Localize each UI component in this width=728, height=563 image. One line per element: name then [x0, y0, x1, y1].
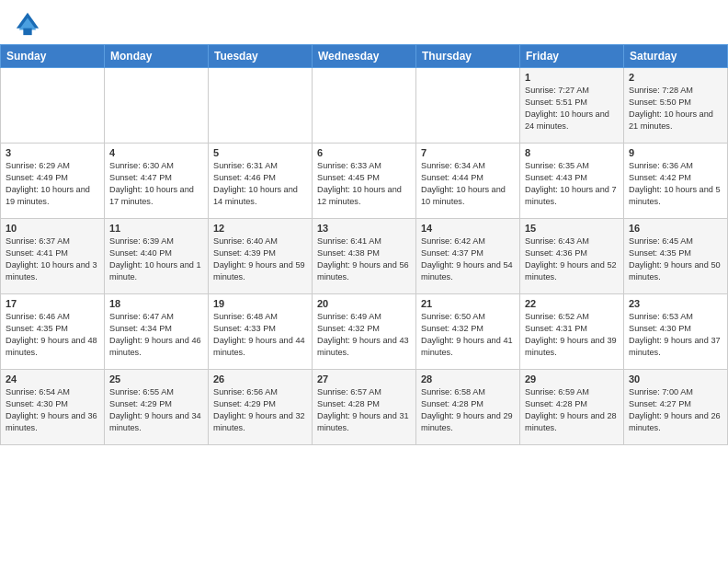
logo-icon — [15, 11, 40, 37]
calendar-cell: 3Sunrise: 6:29 AM Sunset: 4:49 PM Daylig… — [1, 144, 105, 219]
day-number: 29 — [525, 373, 619, 385]
day-number: 16 — [629, 223, 722, 234]
weekday-header-row: SundayMondayTuesdayWednesdayThursdayFrid… — [1, 45, 728, 68]
calendar-cell: 17Sunrise: 6:46 AM Sunset: 4:35 PM Dayli… — [1, 294, 105, 370]
weekday-header-cell: Tuesday — [209, 45, 313, 68]
day-number: 14 — [421, 223, 515, 234]
calendar-cell: 18Sunrise: 6:47 AM Sunset: 4:34 PM Dayli… — [105, 294, 209, 370]
calendar-cell: 26Sunrise: 6:56 AM Sunset: 4:29 PM Dayli… — [209, 370, 313, 445]
calendar-cell — [209, 68, 313, 144]
day-number: 12 — [213, 223, 307, 234]
day-info: Sunrise: 6:29 AM Sunset: 4:49 PM Dayligh… — [6, 160, 99, 208]
calendar-body: 1Sunrise: 7:27 AM Sunset: 5:51 PM Daylig… — [1, 68, 728, 445]
calendar-cell — [416, 68, 520, 144]
day-info: Sunrise: 6:35 AM Sunset: 4:43 PM Dayligh… — [525, 160, 619, 208]
weekday-header-cell: Monday — [105, 45, 209, 68]
calendar-cell: 30Sunrise: 7:00 AM Sunset: 4:27 PM Dayli… — [624, 370, 728, 445]
day-number: 28 — [421, 373, 515, 385]
day-number: 4 — [109, 147, 203, 158]
page-header — [0, 0, 728, 44]
calendar-cell: 25Sunrise: 6:55 AM Sunset: 4:29 PM Dayli… — [105, 370, 209, 445]
calendar-cell: 4Sunrise: 6:30 AM Sunset: 4:47 PM Daylig… — [105, 144, 209, 219]
day-info: Sunrise: 6:56 AM Sunset: 4:29 PM Dayligh… — [213, 386, 307, 434]
day-number: 5 — [213, 147, 307, 158]
calendar-cell: 28Sunrise: 6:58 AM Sunset: 4:28 PM Dayli… — [416, 370, 520, 445]
day-number: 6 — [317, 147, 411, 158]
day-info: Sunrise: 6:33 AM Sunset: 4:45 PM Dayligh… — [317, 160, 411, 208]
weekday-header-cell: Friday — [520, 45, 624, 68]
calendar-week-row: 24Sunrise: 6:54 AM Sunset: 4:30 PM Dayli… — [1, 370, 728, 445]
calendar-cell: 21Sunrise: 6:50 AM Sunset: 4:32 PM Dayli… — [416, 294, 520, 370]
calendar-cell: 11Sunrise: 6:39 AM Sunset: 4:40 PM Dayli… — [105, 219, 209, 294]
day-number: 15 — [525, 223, 619, 234]
calendar-cell — [313, 68, 416, 144]
day-number: 2 — [629, 72, 722, 83]
day-info: Sunrise: 6:57 AM Sunset: 4:28 PM Dayligh… — [317, 386, 411, 434]
calendar-cell — [105, 68, 209, 144]
day-number: 7 — [421, 147, 515, 158]
day-info: Sunrise: 6:50 AM Sunset: 4:32 PM Dayligh… — [421, 311, 515, 359]
calendar-cell: 24Sunrise: 6:54 AM Sunset: 4:30 PM Dayli… — [1, 370, 105, 445]
calendar-cell: 5Sunrise: 6:31 AM Sunset: 4:46 PM Daylig… — [209, 144, 313, 219]
day-info: Sunrise: 6:39 AM Sunset: 4:40 PM Dayligh… — [109, 236, 203, 283]
weekday-header-cell: Thursday — [416, 45, 520, 68]
calendar-cell: 15Sunrise: 6:43 AM Sunset: 4:36 PM Dayli… — [520, 219, 624, 294]
day-info: Sunrise: 7:00 AM Sunset: 4:27 PM Dayligh… — [629, 386, 722, 434]
day-number: 9 — [629, 147, 722, 158]
day-number: 8 — [525, 147, 619, 158]
day-info: Sunrise: 7:27 AM Sunset: 5:51 PM Dayligh… — [525, 85, 619, 132]
day-info: Sunrise: 6:59 AM Sunset: 4:28 PM Dayligh… — [525, 386, 619, 434]
calendar-cell: 14Sunrise: 6:42 AM Sunset: 4:37 PM Dayli… — [416, 219, 520, 294]
calendar-cell: 9Sunrise: 6:36 AM Sunset: 4:42 PM Daylig… — [624, 144, 728, 219]
day-info: Sunrise: 6:46 AM Sunset: 4:35 PM Dayligh… — [6, 311, 99, 359]
day-info: Sunrise: 6:55 AM Sunset: 4:29 PM Dayligh… — [109, 386, 203, 434]
calendar-cell: 16Sunrise: 6:45 AM Sunset: 4:35 PM Dayli… — [624, 219, 728, 294]
calendar-cell: 13Sunrise: 6:41 AM Sunset: 4:38 PM Dayli… — [313, 219, 416, 294]
day-info: Sunrise: 6:47 AM Sunset: 4:34 PM Dayligh… — [109, 311, 203, 359]
day-info: Sunrise: 6:43 AM Sunset: 4:36 PM Dayligh… — [525, 236, 619, 283]
weekday-header-cell: Wednesday — [313, 45, 416, 68]
weekday-header-cell: Saturday — [624, 45, 728, 68]
day-number: 19 — [213, 298, 307, 309]
day-number: 30 — [629, 373, 722, 385]
day-number: 20 — [317, 298, 411, 309]
day-info: Sunrise: 6:37 AM Sunset: 4:41 PM Dayligh… — [6, 236, 99, 283]
day-info: Sunrise: 6:42 AM Sunset: 4:37 PM Dayligh… — [421, 236, 515, 283]
calendar-week-row: 17Sunrise: 6:46 AM Sunset: 4:35 PM Dayli… — [1, 294, 728, 370]
day-number: 21 — [421, 298, 515, 309]
day-info: Sunrise: 6:58 AM Sunset: 4:28 PM Dayligh… — [421, 386, 515, 434]
calendar-cell: 23Sunrise: 6:53 AM Sunset: 4:30 PM Dayli… — [624, 294, 728, 370]
calendar-cell: 27Sunrise: 6:57 AM Sunset: 4:28 PM Dayli… — [313, 370, 416, 445]
calendar-cell — [1, 68, 105, 144]
day-info: Sunrise: 6:34 AM Sunset: 4:44 PM Dayligh… — [421, 160, 515, 208]
day-info: Sunrise: 6:30 AM Sunset: 4:47 PM Dayligh… — [109, 160, 203, 208]
calendar-cell: 10Sunrise: 6:37 AM Sunset: 4:41 PM Dayli… — [1, 219, 105, 294]
day-number: 13 — [317, 223, 411, 234]
day-number: 24 — [6, 373, 99, 385]
weekday-header-cell: Sunday — [1, 45, 105, 68]
day-info: Sunrise: 6:54 AM Sunset: 4:30 PM Dayligh… — [6, 386, 99, 434]
calendar-cell: 8Sunrise: 6:35 AM Sunset: 4:43 PM Daylig… — [520, 144, 624, 219]
day-info: Sunrise: 6:36 AM Sunset: 4:42 PM Dayligh… — [629, 160, 722, 208]
logo — [15, 11, 44, 37]
day-number: 26 — [213, 373, 307, 385]
day-number: 22 — [525, 298, 619, 309]
calendar-cell: 2Sunrise: 7:28 AM Sunset: 5:50 PM Daylig… — [624, 68, 728, 144]
calendar-table: SundayMondayTuesdayWednesdayThursdayFrid… — [0, 44, 728, 445]
day-info: Sunrise: 6:48 AM Sunset: 4:33 PM Dayligh… — [213, 311, 307, 359]
calendar-cell: 1Sunrise: 7:27 AM Sunset: 5:51 PM Daylig… — [520, 68, 624, 144]
calendar-week-row: 1Sunrise: 7:27 AM Sunset: 5:51 PM Daylig… — [1, 68, 728, 144]
svg-rect-2 — [23, 29, 31, 35]
day-number: 1 — [525, 72, 619, 83]
day-info: Sunrise: 6:41 AM Sunset: 4:38 PM Dayligh… — [317, 236, 411, 283]
calendar-cell: 12Sunrise: 6:40 AM Sunset: 4:39 PM Dayli… — [209, 219, 313, 294]
calendar-week-row: 3Sunrise: 6:29 AM Sunset: 4:49 PM Daylig… — [1, 144, 728, 219]
calendar-cell: 20Sunrise: 6:49 AM Sunset: 4:32 PM Dayli… — [313, 294, 416, 370]
day-info: Sunrise: 6:40 AM Sunset: 4:39 PM Dayligh… — [213, 236, 307, 283]
calendar-week-row: 10Sunrise: 6:37 AM Sunset: 4:41 PM Dayli… — [1, 219, 728, 294]
day-number: 23 — [629, 298, 722, 309]
calendar-cell: 29Sunrise: 6:59 AM Sunset: 4:28 PM Dayli… — [520, 370, 624, 445]
day-info: Sunrise: 6:49 AM Sunset: 4:32 PM Dayligh… — [317, 311, 411, 359]
day-number: 18 — [109, 298, 203, 309]
day-number: 25 — [109, 373, 203, 385]
